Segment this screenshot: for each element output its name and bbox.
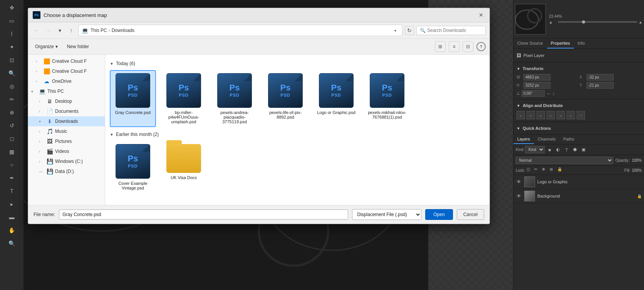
tool-path-selection[interactable]: ▸ <box>6 198 18 210</box>
view-toggle-button[interactable]: ⊟ <box>463 41 473 52</box>
tool-crop[interactable]: ⊡ <box>6 54 18 66</box>
sidebar-item-onedrive[interactable]: › ☁ OneDrive <box>28 76 105 86</box>
tool-history-brush[interactable]: ↺ <box>6 119 18 132</box>
nav-back-button[interactable]: ← <box>32 26 41 35</box>
layer-eye-background[interactable]: 👁 <box>516 193 522 199</box>
tool-clone[interactable]: ⊕ <box>6 106 18 119</box>
tool-brush[interactable]: ✏ <box>6 93 18 106</box>
sidebar-item-creative-cloud-2[interactable]: › 🟧 Creative Cloud F <box>28 66 105 76</box>
filename-input[interactable] <box>59 210 348 220</box>
dialog-toolbar: Organize ▾ New folder ⊞ ≡ ⊟ ? <box>28 39 490 55</box>
file-item-uk-visa[interactable]: UK Visa Docs <box>161 141 207 193</box>
new-folder-button[interactable]: New folder <box>64 42 92 51</box>
view-large-icons-button[interactable]: ⊞ <box>435 41 446 52</box>
sidebar-item-videos[interactable]: › 🎬 Videos <box>28 146 105 156</box>
canvas-thumbnail <box>515 4 546 35</box>
nav-forward-button[interactable]: → <box>44 26 53 35</box>
tool-zoom[interactable]: 🔍 <box>6 237 18 250</box>
file-name-uk-visa: UK Visa Docs <box>171 175 197 180</box>
dialog-close-button[interactable]: ✕ <box>477 11 485 19</box>
nav-dropdown-button[interactable]: ▾ <box>55 26 64 35</box>
tool-shape[interactable]: ▬ <box>6 211 18 223</box>
layer-item-logo[interactable]: 👁 Logo or Graphic <box>513 175 644 189</box>
layer-kind-select[interactable]: Kind <box>525 146 545 153</box>
sidebar-item-documents[interactable]: › 📄 Documents <box>28 106 105 116</box>
sidebar-item-music[interactable]: › 🎵 Music <box>28 126 105 136</box>
sidebar-item-pictures[interactable]: › 🖼 Pictures <box>28 136 105 146</box>
lock-position[interactable]: ✥ <box>542 167 548 173</box>
file-item-pexels-life[interactable]: Ps PSD pexels-life-of-pix-8892.psd <box>262 70 309 127</box>
sidebar-item-this-pc[interactable]: ▾ 💻 This PC <box>28 86 105 96</box>
sidebar-item-data-d[interactable]: — 💾 Data (D:) <box>28 166 105 176</box>
tab-layers[interactable]: Layers <box>513 135 534 144</box>
tab-clone-source[interactable]: Clone Source <box>513 39 547 49</box>
layer-filter-smart[interactable]: ▣ <box>580 146 587 153</box>
file-item-cover-example[interactable]: Ps PSD Cover Example Vintage.psd <box>110 141 156 193</box>
organize-button[interactable]: Organize ▾ <box>32 42 61 51</box>
lock-image[interactable]: ✏ <box>534 167 540 173</box>
tool-eraser[interactable]: ◻ <box>6 132 18 145</box>
align-bottom[interactable]: ⬦ <box>567 111 575 119</box>
align-center-h[interactable]: ⬦ <box>527 111 535 119</box>
layer-filter-type[interactable]: T <box>563 146 570 153</box>
sidebar-item-downloads[interactable]: ▾ ⬇ Downloads <box>28 116 105 126</box>
angle-input[interactable] <box>522 90 545 97</box>
sidebar-item-desktop[interactable]: › 🖥 Desktop <box>28 96 105 106</box>
data-d-icon: 💾 <box>47 168 53 174</box>
tool-type[interactable]: T <box>6 185 18 197</box>
tool-lasso[interactable]: ⌇ <box>6 28 18 40</box>
expand-icon2: › <box>36 69 41 74</box>
file-item-bp-miller[interactable]: Ps PSD bp-miller-p4w4FUmOuus-unsplash.ps… <box>161 70 207 127</box>
align-center-v[interactable]: ⬦ <box>557 111 565 119</box>
w-input[interactable] <box>523 74 550 80</box>
view-details-button[interactable]: ≡ <box>449 41 460 52</box>
nav-up-button[interactable]: ↑ <box>67 26 76 35</box>
tool-select-rect[interactable]: ▭ <box>6 15 18 27</box>
tab-info[interactable]: Info <box>574 39 589 49</box>
tab-channels[interactable]: Channels <box>534 135 559 144</box>
tool-dodge[interactable]: ○ <box>6 159 18 171</box>
tool-pen[interactable]: ✒ <box>6 172 18 184</box>
file-item-gray-concrete[interactable]: Ps PSD Gray Concrete.psd <box>110 70 156 127</box>
layer-filter-shape[interactable]: ⬟ <box>572 146 579 153</box>
file-dialog: Ps Choose a displacement map ✕ ← → ▾ ↑ 💻 <box>28 8 490 224</box>
filetype-select[interactable]: Displacement File (.psd) <box>352 209 421 220</box>
psd-icon-pexels-life: Ps PSD <box>268 73 303 108</box>
open-button[interactable]: Open <box>425 209 453 220</box>
nav-refresh-button[interactable]: ↻ <box>405 26 414 35</box>
align-right[interactable]: ⬦ <box>537 111 545 119</box>
file-item-pexels-andrea[interactable]: Ps PSD pexels-andrea-piacquadio-3775119.… <box>211 70 258 127</box>
tool-move[interactable]: ✥ <box>6 2 18 14</box>
layer-filter-adjust[interactable]: ◐ <box>555 146 562 153</box>
breadcrumb-downloads[interactable]: Downloads <box>112 28 134 33</box>
sidebar-item-creative-cloud-1[interactable]: › 🟧 Creative Cloud F <box>28 56 105 66</box>
tab-paths[interactable]: Paths <box>560 135 578 144</box>
tool-gradient[interactable]: ▦ <box>6 146 18 158</box>
align-more[interactable]: ··· <box>577 111 585 119</box>
tool-magic-wand[interactable]: ✦ <box>6 41 18 53</box>
layer-eye-logo[interactable]: 👁 <box>516 179 522 185</box>
tab-properties[interactable]: Properties <box>547 39 574 49</box>
align-left[interactable]: ⬦ <box>517 111 525 119</box>
y-input[interactable] <box>587 82 614 89</box>
layer-item-background[interactable]: 👁 Background 🔒 <box>513 189 644 203</box>
sidebar-item-windows-c[interactable]: › 💾 Windows (C:) <box>28 156 105 166</box>
lock-artboard[interactable]: ⊞ <box>550 167 556 173</box>
help-button[interactable]: ? <box>476 42 486 51</box>
blend-mode-select[interactable]: Normal <box>516 157 613 164</box>
cancel-button[interactable]: Cancel <box>457 209 484 220</box>
tool-heal[interactable]: ◎ <box>6 80 18 92</box>
file-item-logo-graphic[interactable]: Ps PSD Logo or Graphic.psd <box>313 70 359 127</box>
tool-eyedropper[interactable]: 🔍 <box>6 67 18 79</box>
layer-filter-pixel[interactable]: ■ <box>546 146 553 153</box>
tool-hand[interactable]: ✋ <box>6 224 18 236</box>
path-dropdown-button[interactable]: ▾ <box>391 27 399 34</box>
align-top[interactable]: ⬦ <box>547 111 555 119</box>
lock-transparent[interactable]: ◫ <box>527 167 533 173</box>
lock-all[interactable]: 🔒 <box>557 167 564 173</box>
search-input[interactable] <box>427 28 481 33</box>
breadcrumb-this-pc[interactable]: This PC <box>91 28 107 33</box>
file-item-pexels-mikhail[interactable]: Ps PSD pexels-mikhail-nilov-7676881(1).p… <box>364 70 410 127</box>
h-input[interactable] <box>523 82 550 89</box>
x-input[interactable] <box>587 74 614 80</box>
